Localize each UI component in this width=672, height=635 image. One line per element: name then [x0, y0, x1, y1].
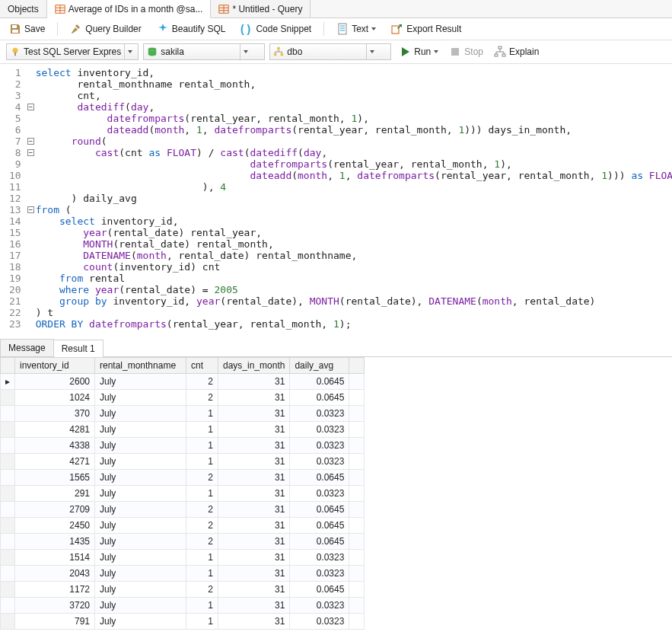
cell-empty: [349, 582, 365, 598]
chevron-down-icon: [124, 44, 135, 59]
tab-message[interactable]: Message: [0, 339, 54, 356]
explain-button[interactable]: Explain: [491, 44, 542, 59]
table-row[interactable]: 791July1310.0323: [1, 614, 365, 630]
table-row[interactable]: 2709July2310.0645: [1, 502, 365, 518]
table-row[interactable]: ▸2600July2310.0645: [1, 374, 365, 390]
table-row[interactable]: 2043July1310.0323: [1, 566, 365, 582]
row-selector[interactable]: [1, 486, 15, 502]
row-selector[interactable]: [1, 438, 15, 454]
column-header[interactable]: days_in_month: [218, 358, 290, 374]
row-selector[interactable]: [1, 582, 15, 598]
row-selector[interactable]: [1, 470, 15, 486]
cell-cnt: 1: [186, 614, 218, 630]
cell-rental_monthname: July: [95, 390, 186, 406]
table-icon: [55, 4, 65, 14]
column-header[interactable]: rental_monthname: [95, 358, 186, 374]
row-selector[interactable]: [1, 454, 15, 470]
cell-inventory_id: 4271: [15, 454, 95, 470]
cell-days_in_month: 31: [218, 470, 290, 486]
cell-inventory_id: 4338: [15, 438, 95, 454]
cell-days_in_month: 31: [218, 550, 290, 566]
cell-rental_monthname: July: [95, 470, 186, 486]
text-button[interactable]: Text: [333, 21, 379, 37]
table-row[interactable]: 4271July1310.0323: [1, 454, 365, 470]
row-selector[interactable]: ▸: [1, 374, 15, 390]
cell-empty: [349, 518, 365, 534]
table-row[interactable]: 1565July2310.0645: [1, 470, 365, 486]
tab-result1[interactable]: Result 1: [53, 340, 104, 357]
cell-inventory_id: 2043: [15, 566, 95, 582]
chevron-down-icon: [434, 50, 438, 53]
cell-empty: [349, 614, 365, 630]
beautify-button[interactable]: Beautify SQL: [154, 21, 229, 37]
cell-rental_monthname: July: [95, 374, 186, 390]
svg-rect-8: [12, 25, 17, 28]
table-row[interactable]: 291July1310.0323: [1, 486, 365, 502]
table-row[interactable]: 1435July2310.0645: [1, 534, 365, 550]
column-header[interactable]: daily_avg: [290, 358, 349, 374]
document-tabs: Objects Average of IDs in a month @sa...…: [0, 0, 672, 18]
row-selector[interactable]: [1, 566, 15, 582]
line-gutter: 1234567891011121314151617181920212223: [0, 67, 27, 330]
column-header[interactable]: inventory_id: [15, 358, 95, 374]
code-snippet-button[interactable]: ( ) Code Snippet: [237, 21, 314, 37]
column-header-empty: [349, 358, 365, 374]
sql-editor[interactable]: 1234567891011121314151617181920212223 −−…: [0, 64, 672, 336]
tab-avg-query[interactable]: Average of IDs in a month @sa...: [47, 0, 212, 18]
row-selector[interactable]: [1, 550, 15, 566]
cell-days_in_month: 31: [218, 598, 290, 614]
cell-rental_monthname: July: [95, 614, 186, 630]
cell-rental_monthname: July: [95, 502, 186, 518]
run-button[interactable]: Run: [396, 44, 441, 59]
query-builder-button[interactable]: Query Builder: [67, 21, 144, 37]
save-button[interactable]: Save: [6, 21, 48, 37]
table-row[interactable]: 1024July2310.0645: [1, 390, 365, 406]
database-combo[interactable]: sakila: [143, 43, 265, 60]
svg-rect-9: [12, 30, 18, 33]
chevron-down-icon: [240, 44, 250, 59]
column-header[interactable]: cnt: [186, 358, 218, 374]
server-value: Test SQL Server Expres: [24, 46, 121, 57]
table-row[interactable]: 3720July1310.0323: [1, 598, 365, 614]
cell-cnt: 1: [186, 422, 218, 438]
cell-rental_monthname: July: [95, 582, 186, 598]
row-selector[interactable]: [1, 422, 15, 438]
cell-daily_avg: 0.0323: [290, 566, 349, 582]
svg-rect-22: [451, 48, 459, 56]
result-grid[interactable]: inventory_idrental_monthnamecntdays_in_m…: [0, 357, 365, 630]
cell-cnt: 2: [186, 534, 218, 550]
stop-button[interactable]: Stop: [446, 44, 486, 59]
stop-icon: [449, 46, 461, 58]
row-selector[interactable]: [1, 406, 15, 422]
cell-days_in_month: 31: [218, 518, 290, 534]
table-row[interactable]: 370July1310.0323: [1, 406, 365, 422]
cell-rental_monthname: July: [95, 550, 186, 566]
export-label: Export Result: [406, 24, 461, 34]
tab-objects[interactable]: Objects: [0, 0, 47, 18]
row-selector[interactable]: [1, 614, 15, 630]
tab-untitled[interactable]: * Untitled - Query: [211, 0, 311, 18]
table-row[interactable]: 2450July2310.0645: [1, 518, 365, 534]
table-row[interactable]: 1514July1310.0323: [1, 550, 365, 566]
cell-inventory_id: 4281: [15, 422, 95, 438]
table-row[interactable]: 4338July1310.0323: [1, 438, 365, 454]
cell-daily_avg: 0.0323: [290, 406, 349, 422]
row-selector[interactable]: [1, 518, 15, 534]
cell-inventory_id: 1435: [15, 534, 95, 550]
row-selector[interactable]: [1, 598, 15, 614]
cell-daily_avg: 0.0323: [290, 614, 349, 630]
row-selector[interactable]: [1, 534, 15, 550]
table-row[interactable]: 1172July2310.0645: [1, 582, 365, 598]
chevron-down-icon: [366, 44, 377, 59]
cell-inventory_id: 1514: [15, 550, 95, 566]
server-combo[interactable]: Test SQL Server Expres: [6, 43, 139, 60]
row-selector[interactable]: [1, 502, 15, 518]
export-button[interactable]: Export Result: [388, 21, 464, 37]
row-selector[interactable]: [1, 390, 15, 406]
parentheses-icon: ( ): [240, 23, 253, 35]
cell-daily_avg: 0.0323: [290, 550, 349, 566]
cell-empty: [349, 566, 365, 582]
table-row[interactable]: 4281July1310.0323: [1, 422, 365, 438]
schema-combo[interactable]: dbo: [269, 43, 391, 60]
code-area[interactable]: select inventory_id, rental_monthname re…: [34, 67, 672, 330]
